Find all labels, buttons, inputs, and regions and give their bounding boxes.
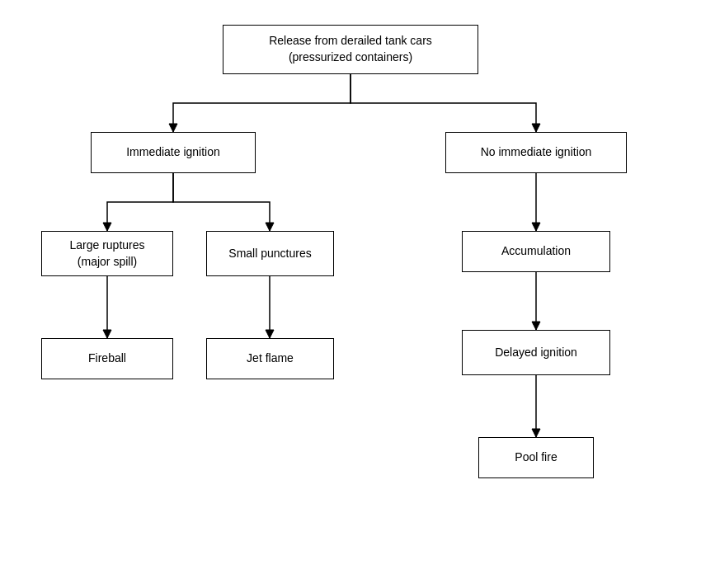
accumulation-box: Accumulation: [462, 231, 610, 272]
svg-marker-7: [266, 330, 274, 338]
no-immediate-ignition-label: No immediate ignition: [481, 144, 592, 161]
svg-marker-11: [532, 322, 540, 330]
svg-marker-1: [532, 124, 540, 132]
svg-marker-9: [532, 223, 540, 231]
pool-fire-box: Pool fire: [478, 437, 594, 478]
small-punctures-label: Small punctures: [228, 246, 311, 262]
pool-fire-label: Pool fire: [515, 449, 557, 466]
svg-marker-0: [169, 124, 177, 132]
fireball-label: Fireball: [88, 350, 126, 367]
root-label: Release from derailed tank cars (pressur…: [269, 33, 432, 65]
jet-flame-label: Jet flame: [247, 350, 294, 367]
large-ruptures-box: Large ruptures (major spill): [41, 231, 173, 276]
svg-marker-3: [266, 223, 274, 231]
root-box: Release from derailed tank cars (pressur…: [223, 25, 478, 74]
no-immediate-ignition-box: No immediate ignition: [445, 132, 627, 173]
small-punctures-box: Small punctures: [206, 231, 334, 276]
delayed-ignition-label: Delayed ignition: [495, 345, 577, 361]
flowchart-diagram: Release from derailed tank cars (pressur…: [0, 0, 701, 588]
delayed-ignition-box: Delayed ignition: [462, 330, 610, 375]
large-ruptures-label: Large ruptures (major spill): [69, 238, 144, 270]
jet-flame-box: Jet flame: [206, 338, 334, 379]
svg-marker-2: [103, 223, 111, 231]
svg-marker-13: [532, 429, 540, 437]
svg-marker-5: [103, 330, 111, 338]
accumulation-label: Accumulation: [501, 243, 571, 260]
immediate-ignition-box: Immediate ignition: [91, 132, 256, 173]
immediate-ignition-label: Immediate ignition: [126, 144, 220, 161]
fireball-box: Fireball: [41, 338, 173, 379]
